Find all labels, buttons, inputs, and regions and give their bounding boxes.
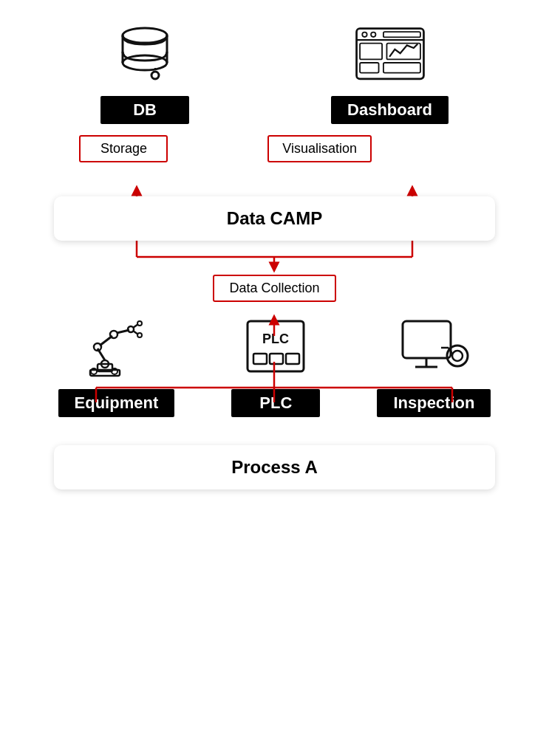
svg-rect-34 xyxy=(286,354,299,364)
dashboard-block: Dashboard xyxy=(331,22,449,124)
svg-rect-14 xyxy=(383,63,420,73)
svg-rect-10 xyxy=(383,32,420,37)
datacamp-box: Data CAMP xyxy=(54,196,495,241)
equipment-block: Equipment xyxy=(58,315,175,417)
svg-point-27 xyxy=(137,333,142,337)
dashboard-icon xyxy=(353,22,427,89)
visualisation-box: Visualisation xyxy=(267,135,372,162)
svg-point-4 xyxy=(151,72,159,79)
process-a-box: Process A xyxy=(54,445,495,489)
top-icons-row: DB Dashboard xyxy=(30,22,519,124)
svg-rect-35 xyxy=(403,321,451,358)
datacollection-row: Data Collection xyxy=(30,261,519,302)
plc-icon: PLC xyxy=(239,315,313,382)
inspection-block: Inspection xyxy=(377,315,491,417)
svg-point-8 xyxy=(362,32,366,37)
svg-rect-32 xyxy=(253,354,267,364)
storage-vis-row: Storage Visualisation xyxy=(30,135,421,162)
inspection-label: Inspection xyxy=(377,389,491,417)
svg-point-0 xyxy=(123,28,167,43)
svg-point-21 xyxy=(110,331,117,338)
svg-rect-13 xyxy=(360,63,378,73)
inspection-icon xyxy=(397,315,471,382)
storage-box: Storage xyxy=(79,135,168,162)
datacamp-row: Data CAMP xyxy=(30,183,519,241)
datacollection-box: Data Collection xyxy=(213,275,335,302)
svg-rect-33 xyxy=(270,354,283,364)
db-block: DB xyxy=(100,22,189,124)
bottom-icons-row: Equipment PLC PLC xyxy=(30,315,519,417)
svg-point-9 xyxy=(371,32,375,37)
db-icon xyxy=(108,22,182,89)
equipment-label: Equipment xyxy=(58,389,175,417)
process-a-row: Process A xyxy=(30,430,519,489)
diagram-container: DB Dashboard xyxy=(0,0,549,756)
plc-block: PLC PLC xyxy=(231,315,320,417)
svg-rect-11 xyxy=(360,44,382,60)
svg-point-39 xyxy=(452,351,463,361)
dashboard-label: Dashboard xyxy=(331,96,449,124)
svg-point-26 xyxy=(137,321,142,326)
svg-point-3 xyxy=(123,55,167,70)
middle-section: Storage Visualisation Data CAMP Data Col… xyxy=(30,131,519,302)
plc-label: PLC xyxy=(231,389,320,417)
equipment-icon xyxy=(79,315,153,382)
db-label: DB xyxy=(100,96,189,124)
svg-text:PLC: PLC xyxy=(262,331,289,346)
